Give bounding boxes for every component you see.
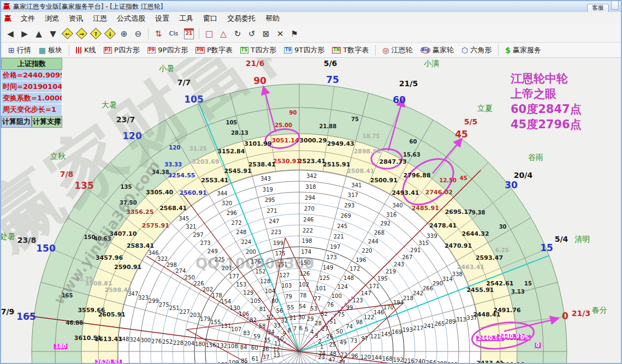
ring-number: 105 — [250, 299, 260, 304]
ring-number: 194 — [393, 300, 404, 306]
ring-number: 126 — [299, 271, 310, 277]
degree-label: 150 — [84, 235, 96, 240]
ring-number: 320 — [222, 201, 232, 206]
ring-number: 151 — [277, 262, 288, 267]
shift-left-icon[interactable]: ← — [61, 27, 74, 40]
date-label: 21/5 — [399, 80, 418, 87]
ring-number: 152 — [255, 269, 265, 275]
shift-right-icon[interactable]: → — [75, 27, 88, 40]
ring-number: 56 — [276, 308, 283, 314]
ring-number: 271 — [266, 208, 277, 214]
degree-label: 165 — [62, 293, 73, 299]
price-label: 2553.41 — [201, 177, 228, 183]
toolbar-main: ◀▶▲▼←→↑↓⊕⊖⇅Cls21□△↻↺⊠✕⚑ — [1, 25, 621, 43]
ring-number: 216 — [404, 359, 414, 364]
view-button-P数字表[interactable]: PNP数字表 — [192, 44, 236, 56]
view-label: T四方形 — [251, 45, 276, 55]
view-button-板块[interactable]: ▦板块 — [35, 44, 66, 56]
solar-term-label: 处暑 — [1, 232, 15, 240]
partial-button[interactable] — [611, 1, 619, 10]
ring-number: 344 — [217, 191, 227, 196]
ring-number: 108 — [228, 344, 238, 349]
ring-number: 178 — [212, 293, 222, 299]
fit-icon[interactable]: ⊠ — [259, 27, 273, 40]
ring-number: 318 — [306, 184, 316, 190]
square-tool-icon[interactable]: □ — [203, 27, 216, 40]
ring-number: 34 — [268, 330, 275, 335]
view-button-行情[interactable]: ⊞行情 — [4, 44, 35, 56]
view-button-六角形[interactable]: ⬡六角形 — [458, 44, 495, 56]
view-button-T数字表[interactable]: TNT数字表 — [328, 44, 372, 56]
view-button-江恩轮[interactable]: ◎江恩轮 — [378, 44, 416, 56]
ring-number: 169 — [392, 330, 402, 335]
ring-number: 220 — [362, 248, 372, 254]
outer-degree-label: 30 — [505, 181, 518, 190]
menu-item-交易委托[interactable]: 交易委托 — [222, 13, 260, 23]
updown-icon[interactable]: ⇅ — [152, 27, 165, 40]
rotate-cw-icon[interactable]: ↻ — [231, 27, 244, 40]
ring-number: 290 — [433, 281, 443, 287]
menu-item-帮助[interactable]: 帮助 — [260, 13, 285, 23]
ring-number: 249 — [208, 249, 218, 254]
menu-item-资讯[interactable]: 资讯 — [64, 13, 88, 23]
T9-icon: T9 — [284, 47, 292, 53]
ring-number: 226 — [193, 281, 204, 287]
menu-item-工具[interactable]: 工具 — [174, 13, 198, 23]
calc-support-button[interactable]: 计算支撑 — [32, 116, 62, 128]
ring-number: 48 — [329, 351, 336, 357]
menu-item-设置[interactable]: 设置 — [150, 13, 174, 23]
price-label: 2390.06 — [497, 361, 524, 364]
ring-number: 317 — [348, 193, 358, 198]
view-button-T四方形[interactable]: TST四方形 — [236, 44, 280, 56]
price-label: 2523.41 — [298, 158, 325, 164]
ring-number: 72 — [340, 353, 347, 358]
view-button-P四方形[interactable]: P3P四方形 — [100, 44, 144, 56]
ring-number: 247 — [269, 219, 279, 224]
menu-item-江恩[interactable]: 江恩 — [88, 13, 112, 23]
view-button-赢家轮[interactable]: Big赢家轮 — [417, 44, 458, 56]
degree-label: 75 — [351, 117, 359, 122]
gann-wheel-chart[interactable]: 2324123456789101112134748252627282930313… — [1, 58, 622, 364]
view-button-赢家服务[interactable]: $赢家服务 — [501, 44, 545, 56]
view-label: 六角形 — [470, 45, 491, 55]
menu-item-文件[interactable]: 文件 — [16, 13, 40, 23]
calendar-icon[interactable]: 21 — [182, 27, 196, 40]
ring-number: 131 — [221, 324, 231, 329]
price-label: 3203.69 — [192, 159, 219, 165]
view-button-9P四方形[interactable]: P99P四方形 — [144, 44, 192, 56]
view-button-9T四方形[interactable]: T99T四方形 — [280, 44, 328, 56]
ring-number: 316 — [386, 212, 396, 218]
zoom-in-icon[interactable]: ⊕ — [117, 27, 131, 40]
ring-number: 225 — [215, 257, 225, 262]
menu-item-浏览[interactable]: 浏览 — [40, 13, 64, 23]
board-icon[interactable]: ⚑ — [288, 27, 301, 40]
price-label: 2898.58 — [354, 148, 381, 154]
view-button-K线[interactable]: K线 — [72, 44, 100, 56]
menu-item-窗口[interactable]: 窗口 — [198, 13, 222, 23]
ring-number: 153 — [236, 282, 246, 288]
ring-number: 341 — [351, 183, 362, 188]
calc-resistance-button[interactable]: 计算阻力 — [1, 116, 32, 128]
customer-service-button[interactable]: 客服 — [587, 4, 609, 13]
percent-label: 28.13 — [231, 130, 248, 136]
menu-item-公式选股[interactable]: 公式选股 — [112, 13, 150, 23]
shift-up-icon[interactable]: ↑ — [89, 27, 102, 40]
price-label: 2949.43 — [327, 141, 354, 147]
ring-number: 2 — [318, 339, 322, 344]
zoom-out-icon[interactable]: ⊖ — [132, 27, 145, 40]
center-icon[interactable]: ✕ — [274, 27, 287, 40]
shift-down-icon[interactable]: ↓ — [103, 27, 116, 40]
ring-number: 125 — [319, 276, 330, 281]
cls-button[interactable]: Cls — [166, 27, 181, 40]
price-label: 2590.91 — [114, 264, 141, 270]
nav-left-icon[interactable]: ◀ — [4, 27, 17, 40]
price-label: 2542.61 — [486, 281, 513, 287]
rotate-ccw-icon[interactable]: ↺ — [245, 27, 258, 40]
nav-up-icon[interactable]: ▲ — [32, 27, 45, 40]
ring-number: 273 — [200, 241, 211, 246]
ring-number: 82 — [250, 318, 257, 323]
nav-right-icon[interactable]: ▶ — [18, 27, 31, 40]
degree-label: 30 — [499, 224, 507, 230]
nav-down-icon[interactable]: ▼ — [46, 27, 60, 40]
triangle-tool-icon[interactable]: △ — [217, 27, 230, 40]
